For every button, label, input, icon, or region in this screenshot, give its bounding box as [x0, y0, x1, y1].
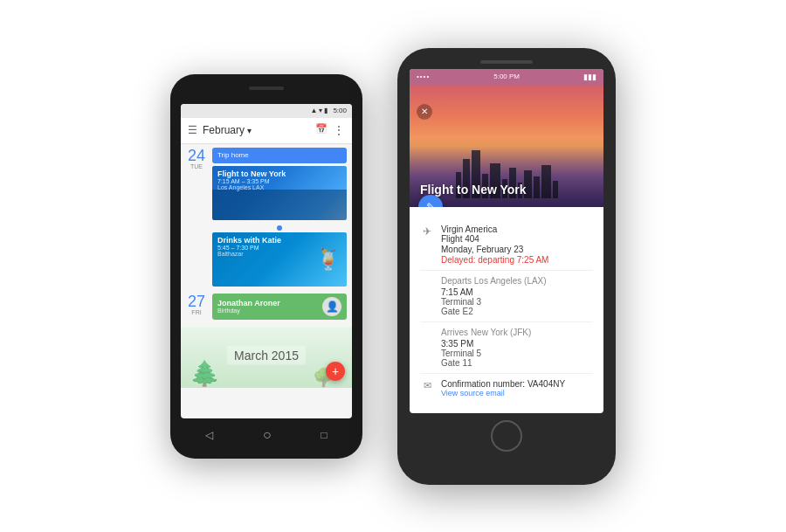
ios-close-button[interactable]: ✕ — [417, 104, 432, 120]
edit-icon: ✎ — [426, 201, 435, 207]
confirmation-number: Confirmation number: VA404NY — [441, 379, 593, 389]
delayed-status: Delayed: departing 7:25 AM — [441, 255, 593, 265]
flight-time: 7:15 AM – 3:35 PM — [217, 178, 341, 184]
event-drinks-katie[interactable]: Drinks with Katie 5:45 – 7:30 PM Balthaz… — [212, 232, 347, 287]
march-banner: 🌲 🌳 March 2015 + — [181, 327, 352, 388]
departs-title: Departs Los Angeles (LAX) — [441, 276, 593, 286]
back-nav-icon[interactable]: ◁ — [205, 429, 213, 441]
hero-flight-title: Flight to New York — [420, 183, 527, 197]
month-title[interactable]: February ▾ — [203, 124, 310, 136]
android-status-icons: ▲ ▾ ▮ 5:00 — [311, 107, 348, 114]
date-row-drinks: Drinks with Katie 5:45 – 7:30 PM Balthaz… — [181, 232, 352, 290]
android-phone: ▲ ▾ ▮ 5:00 ☰ February ▾ 📅 ⋮ — [170, 74, 362, 459]
battery-icon: ▮ — [324, 107, 328, 114]
date-day-24: TUE — [190, 163, 203, 169]
date-block-27: 27 FRI — [186, 294, 207, 315]
date-row-24: 24 TUE Trip home — [181, 144, 352, 224]
android-content: 24 TUE Trip home — [181, 144, 352, 388]
ios-home-button[interactable] — [491, 420, 522, 452]
dot-indicator — [277, 225, 282, 231]
ios-phone: •••• 5:00 PM ▮▮▮ — [397, 48, 616, 485]
flight-loc: Los Angeles LAX — [217, 184, 341, 190]
ios-status-bar: •••• 5:00 PM ▮▮▮ — [410, 69, 603, 85]
departs-gate: Gate E2 — [441, 307, 593, 316]
flight-number: Flight 404 — [441, 234, 593, 244]
recent-nav-icon[interactable]: □ — [321, 429, 327, 441]
ios-speaker — [480, 60, 533, 64]
signal-icon: ▲ — [311, 107, 318, 114]
email-icon: ✉ — [420, 380, 434, 391]
android-toolbar: ☰ February ▾ 📅 ⋮ — [181, 118, 352, 144]
view-source-link[interactable]: View source email — [441, 389, 593, 397]
departs-time: 7:15 AM — [441, 287, 593, 297]
ios-detail-content: ✈ Virgin America Flight 404 Monday, Febr… — [410, 207, 603, 408]
calendar-icon[interactable]: 📅 — [315, 123, 328, 137]
date-day-27: FRI — [191, 309, 201, 315]
event-birthday[interactable]: Jonathan Aroner Birthday 👤 — [212, 294, 347, 320]
march-title: March 2015 — [234, 348, 299, 362]
birthday-label: Birthday — [217, 307, 280, 314]
android-nav-bar: ◁ ○ □ — [181, 422, 352, 448]
home-nav-icon[interactable]: ○ — [263, 427, 272, 443]
events-col-24: Trip home Flight to New York 7:15 AM – — [212, 148, 347, 220]
flight-content: Flight to New York 7:15 AM – 3:35 PM Los… — [212, 166, 347, 194]
drinks-loc: Balthazar — [217, 251, 341, 257]
toolbar-icons: 📅 ⋮ — [315, 123, 345, 137]
time-display: 5:00 — [333, 107, 347, 114]
events-col-drinks: Drinks with Katie 5:45 – 7:30 PM Balthaz… — [212, 232, 347, 287]
ios-battery-icon: ▮▮▮ — [583, 73, 596, 81]
birthday-text: Jonathan Aroner Birthday — [217, 299, 280, 314]
arrives-time: 3:35 PM — [441, 339, 593, 349]
arrives-body: Arrives New York (JFK) 3:35 PM Terminal … — [441, 328, 593, 368]
confirm-body: Confirmation number: VA404NY View source… — [441, 379, 593, 397]
date-block-24: 24 TUE — [186, 148, 207, 169]
birthday-name: Jonathan Aroner — [217, 299, 280, 307]
tree-left-icon: 🌲 — [190, 359, 220, 388]
date-row-27: 27 FRI Jonathan Aroner Birthday 👤 — [181, 290, 352, 323]
android-screen: ▲ ▾ ▮ 5:00 ☰ February ▾ 📅 ⋮ — [181, 104, 352, 418]
date-number-27: 27 — [188, 294, 205, 309]
phones-container: ▲ ▾ ▮ 5:00 ☰ February ▾ 📅 ⋮ — [170, 48, 616, 485]
flight-date: Monday, February 23 — [441, 245, 593, 254]
add-event-fab[interactable]: + — [326, 362, 345, 381]
ios-hero-image: Flight to New York ✕ ✎ — [410, 85, 603, 207]
drinks-content: Drinks with Katie 5:45 – 7:30 PM Balthaz… — [212, 232, 347, 260]
event-trip-home[interactable]: Trip home — [212, 148, 347, 163]
drinks-title: Drinks with Katie — [217, 236, 341, 245]
ios-carrier-dots: •••• — [417, 73, 430, 80]
close-icon: ✕ — [421, 107, 428, 116]
ios-time: 5:00 PM — [493, 73, 520, 80]
detail-row-departs: Departs Los Angeles (LAX) 7:15 AM Termin… — [420, 271, 593, 322]
detail-row-confirm: ✉ Confirmation number: VA404NY View sour… — [420, 374, 593, 403]
arrives-gate: Gate 11 — [441, 358, 593, 368]
airline-name: Virgin America — [441, 225, 593, 234]
birthday-avatar: 👤 — [322, 297, 341, 316]
dot-row — [181, 224, 352, 232]
march-banner-bg: March 2015 — [227, 345, 306, 364]
menu-icon[interactable]: ☰ — [188, 124, 197, 136]
departs-body: Departs Los Angeles (LAX) 7:15 AM Termin… — [441, 276, 593, 316]
departs-terminal: Terminal 3 — [441, 297, 593, 307]
flight-detail-body: Virgin America Flight 404 Monday, Februa… — [441, 225, 593, 265]
flight-detail-icon: ✈ — [420, 225, 434, 238]
detail-row-arrives: Arrives New York (JFK) 3:35 PM Terminal … — [420, 322, 593, 374]
ios-home-bar — [410, 420, 603, 452]
arrives-title: Arrives New York (JFK) — [441, 328, 593, 337]
wifi-icon: ▾ — [319, 107, 322, 114]
trip-home-label: Trip home — [212, 148, 347, 163]
detail-row-flight: ✈ Virgin America Flight 404 Monday, Febr… — [420, 212, 593, 271]
arrives-terminal: Terminal 5 — [441, 349, 593, 358]
event-flight-ny[interactable]: Flight to New York 7:15 AM – 3:35 PM Los… — [212, 166, 347, 220]
date-number-24: 24 — [188, 148, 205, 163]
android-status-bar: ▲ ▾ ▮ 5:00 — [181, 104, 352, 118]
more-icon[interactable]: ⋮ — [333, 123, 345, 137]
drinks-time: 5:45 – 7:30 PM — [217, 245, 341, 251]
flight-city-dark — [212, 190, 347, 220]
ios-screen: •••• 5:00 PM ▮▮▮ — [410, 69, 603, 413]
flight-title: Flight to New York — [217, 169, 341, 178]
